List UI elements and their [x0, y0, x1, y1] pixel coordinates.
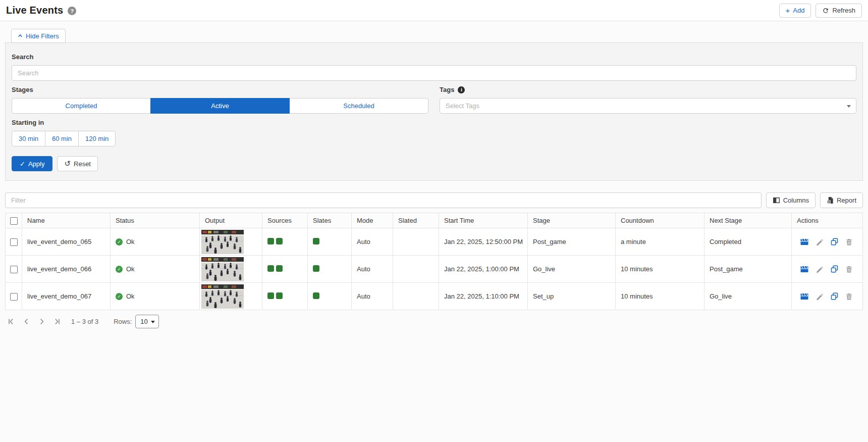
reset-button-label: Reset [74, 160, 91, 168]
search-label: Search [12, 53, 856, 61]
pagination: 1 – 3 of 3 Rows: 10 [7, 315, 863, 328]
column-header-mode[interactable]: Mode [352, 213, 393, 228]
slates-indicator [313, 238, 319, 244]
row-checkbox[interactable] [10, 266, 18, 273]
starting-in-30[interactable]: 30 min [12, 131, 45, 146]
sources-indicator [276, 238, 283, 244]
column-header-stage[interactable]: Stage [528, 213, 616, 228]
edit-action-button[interactable] [816, 293, 823, 300]
next-stage-value: Post_game [710, 265, 743, 273]
delete-action-button[interactable] [846, 238, 852, 245]
first-page-button[interactable] [7, 317, 16, 326]
countdown-value: a minute [621, 238, 646, 245]
apply-button[interactable]: ✓ Apply [12, 156, 52, 171]
mode-value: Auto [357, 292, 370, 300]
caret-down-icon [151, 321, 155, 323]
status-text: Ok [126, 292, 135, 300]
column-header-output[interactable]: Output [200, 213, 262, 228]
hide-filters-toggle[interactable]: Hide Filters [11, 29, 66, 43]
starting-in-60[interactable]: 60 min [45, 131, 79, 146]
delete-action-button[interactable] [846, 266, 852, 273]
sources-indicator [276, 292, 283, 299]
sources-indicator [267, 292, 274, 299]
trash-icon [846, 238, 852, 245]
sources-indicators [267, 265, 283, 272]
column-header-actions: Actions [792, 213, 863, 228]
help-icon[interactable]: ? [68, 7, 76, 15]
last-page-button[interactable] [52, 317, 61, 326]
stage-option-active[interactable]: Active [150, 98, 290, 114]
status-text: Ok [126, 238, 135, 245]
header-actions: + Add Refresh [779, 4, 862, 18]
column-header-slated[interactable]: Slated [393, 213, 439, 228]
apply-button-label: Apply [28, 160, 45, 168]
mode-value: Auto [357, 238, 370, 245]
slates-indicator [313, 292, 319, 299]
clapperboard-icon [800, 266, 808, 273]
slates-indicators [313, 265, 319, 272]
event-name: live_event_demo_065 [27, 238, 91, 245]
event-name: live_event_demo_067 [27, 292, 91, 300]
row-checkbox[interactable] [10, 293, 18, 301]
tags-label-text: Tags [440, 86, 454, 93]
starting-in-label: Starting in [12, 119, 856, 126]
row-checkbox[interactable] [10, 238, 18, 246]
column-header-sources[interactable]: Sources [262, 213, 308, 228]
starting-in-120[interactable]: 120 min [78, 131, 116, 146]
add-button[interactable]: + Add [779, 4, 811, 18]
first-page-icon [8, 318, 15, 325]
trash-icon [846, 293, 852, 300]
media-action-button[interactable] [800, 238, 808, 245]
table-filter-input[interactable] [5, 192, 762, 208]
last-page-icon [53, 318, 60, 325]
output-thumbnail[interactable] [201, 257, 244, 281]
copy-icon [831, 265, 838, 273]
edit-action-button[interactable] [816, 266, 823, 273]
rows-per-page-select[interactable]: 10 [135, 315, 159, 328]
reset-button[interactable]: ↺ Reset [57, 156, 98, 171]
delete-action-button[interactable] [846, 293, 852, 300]
status-ok-icon: ✓ [116, 293, 123, 300]
stage-value: Set_up [533, 292, 554, 300]
tags-select[interactable]: Select Tags [440, 98, 856, 114]
output-thumbnail[interactable] [201, 284, 244, 309]
duplicate-action-button[interactable] [831, 238, 838, 245]
page-title: Live Events [6, 5, 63, 16]
countdown-value: 10 minutes [621, 265, 653, 273]
column-header-next-stage[interactable]: Next Stage [704, 213, 792, 228]
edit-action-button[interactable] [816, 238, 823, 245]
report-button[interactable]: Report [820, 192, 863, 208]
next-page-button[interactable] [37, 317, 46, 326]
media-action-button[interactable] [800, 266, 808, 273]
copy-icon [831, 292, 838, 300]
report-button-label: Report [837, 197, 856, 204]
page-range-text: 1 – 3 of 3 [71, 318, 98, 325]
rows-per-page-label: Rows: [114, 318, 132, 325]
next-stage-value: Completed [710, 238, 741, 245]
duplicate-action-button[interactable] [831, 292, 838, 300]
previous-page-button[interactable] [22, 317, 31, 326]
undo-icon: ↺ [64, 160, 71, 167]
rows-per-page-value: 10 [140, 318, 147, 325]
refresh-button[interactable]: Refresh [816, 4, 862, 18]
duplicate-action-button[interactable] [831, 265, 838, 273]
media-action-button[interactable] [800, 293, 808, 300]
pencil-icon [816, 266, 823, 273]
output-thumbnail[interactable] [201, 230, 244, 254]
column-header-start-time[interactable]: Start Time [439, 213, 528, 228]
column-header-countdown[interactable]: Countdown [616, 213, 704, 228]
column-header-slates[interactable]: Slates [308, 213, 352, 228]
chevron-right-icon [38, 318, 45, 325]
pencil-icon [816, 238, 823, 245]
stage-option-completed[interactable]: Completed [12, 98, 151, 114]
select-all-checkbox[interactable] [10, 217, 18, 225]
info-icon[interactable]: i [458, 86, 465, 93]
column-header-status[interactable]: Status [111, 213, 200, 228]
stage-option-scheduled[interactable]: Scheduled [289, 98, 428, 114]
column-header-name[interactable]: Name [22, 213, 111, 228]
event-name: live_event_demo_066 [27, 265, 91, 273]
search-input[interactable] [12, 65, 856, 81]
columns-button[interactable]: Columns [766, 192, 816, 208]
status-ok-icon: ✓ [116, 238, 123, 245]
caret-down-icon [847, 105, 851, 108]
